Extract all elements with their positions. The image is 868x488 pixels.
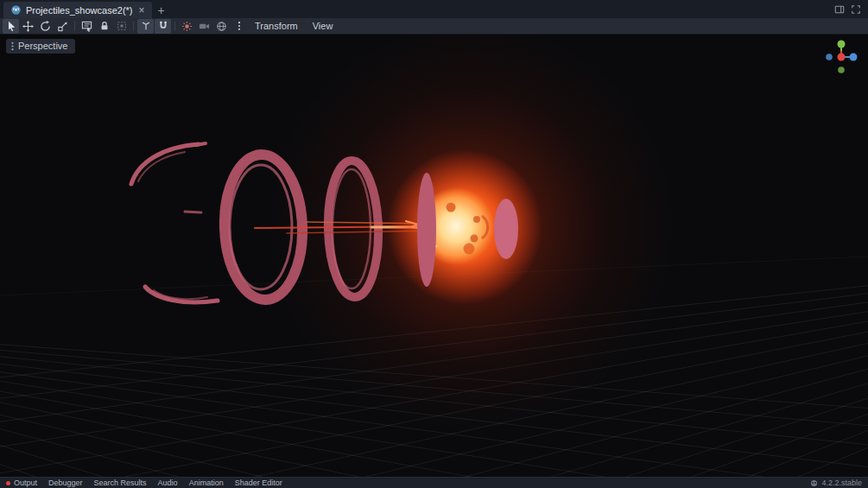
move-mode-button[interactable]	[20, 19, 36, 34]
bottom-tab-label: Debugger	[48, 478, 83, 488]
more-options-button[interactable]	[231, 19, 247, 34]
bottom-tab-label: Audio	[158, 478, 178, 488]
distraction-free-icon[interactable]	[851, 4, 861, 15]
fireball	[387, 149, 542, 305]
scale-mode-button[interactable]	[54, 19, 71, 34]
bottom-tab-label: Shader Editor	[235, 478, 282, 488]
viewport-3d-scene[interactable]	[0, 35, 868, 477]
version-area: 4.2.2.stable	[810, 478, 862, 488]
gizmo-y-axis-ball[interactable]	[838, 41, 846, 48]
bottom-tab-audio[interactable]: Audio	[158, 478, 178, 488]
preview-environment-button[interactable]	[213, 19, 230, 34]
group-selected-button[interactable]	[113, 19, 130, 34]
gizmo-neg-z-axis-ball[interactable]	[826, 54, 833, 60]
bottom-tab-shader-editor[interactable]: Shader Editor	[235, 478, 282, 488]
group-icon	[117, 21, 127, 31]
bottom-panel-bar: Output Debugger Search Results Audio Ani…	[0, 477, 868, 488]
rotate-mode-button[interactable]	[37, 19, 54, 34]
multi-window-icon[interactable]	[834, 4, 845, 15]
lock-selected-button[interactable]	[96, 19, 112, 34]
move-tool-icon	[22, 21, 34, 32]
bottom-tab-label: Animation	[189, 478, 224, 488]
bottom-tab-search-results[interactable]: Search Results	[94, 478, 147, 488]
gizmo-z-axis-ball[interactable]	[850, 54, 858, 61]
preview-sunlight-button[interactable]	[179, 19, 195, 34]
transform-menu-button[interactable]: Transform	[248, 19, 305, 34]
use-snap-button[interactable]	[155, 19, 171, 34]
tab-close-icon[interactable]: ×	[139, 5, 145, 16]
perspective-menu-button[interactable]: Perspective	[6, 39, 75, 54]
scale-tool-icon	[57, 21, 68, 32]
select-arrow-icon	[6, 21, 16, 31]
toolbar-separator	[74, 22, 75, 31]
gizmo-x-axis-ball[interactable]	[838, 54, 846, 61]
sun-icon	[181, 21, 193, 32]
gizmo-neg-y-axis-ball[interactable]	[838, 67, 845, 73]
bottom-tab-label: Search Results	[94, 478, 147, 488]
tabbar-right-icons	[834, 4, 865, 18]
scene-tab-label: Projectiles_showcase2(*)	[26, 5, 133, 16]
godot-logo-icon	[10, 4, 22, 16]
view-menu-button[interactable]: View	[306, 19, 340, 34]
viewport-3d[interactable]: Perspective	[0, 35, 868, 477]
camera-icon	[199, 21, 210, 32]
snap-magnet-icon	[158, 21, 168, 31]
kebab-menu-icon	[234, 21, 244, 31]
toolbar-separator	[133, 22, 134, 31]
bottom-tab-animation[interactable]: Animation	[189, 478, 224, 488]
godot-version-icon	[810, 479, 818, 487]
perspective-label: Perspective	[18, 41, 67, 51]
lock-icon	[99, 21, 110, 31]
add-scene-tab-button[interactable]: +	[152, 2, 171, 18]
viewport-toolbar: Transform View	[0, 18, 868, 35]
scene-tab-active[interactable]: Projectiles_showcase2(*) ×	[3, 2, 152, 18]
camera-preview-button[interactable]	[196, 19, 212, 34]
list-select-icon	[81, 21, 92, 32]
view-axis-gizmo[interactable]	[822, 36, 860, 78]
version-label: 4.2.2.stable	[821, 478, 862, 488]
bottom-tab-label: Output	[14, 478, 37, 488]
rotate-tool-icon	[40, 21, 51, 32]
toolbar-separator	[174, 22, 175, 31]
select-mode-button[interactable]	[3, 19, 19, 34]
bottom-tab-debugger[interactable]: Debugger	[48, 478, 83, 488]
bottom-tab-output[interactable]: Output	[6, 478, 37, 488]
error-indicator-dot	[6, 481, 10, 485]
viewport-menu-dots-icon	[10, 41, 16, 51]
environment-globe-icon	[216, 21, 227, 32]
use-local-space-button[interactable]	[137, 19, 154, 34]
scene-tab-bar: Projectiles_showcase2(*) × +	[0, 0, 868, 18]
godot-editor-window: Projectiles_showcase2(*) × +	[0, 0, 868, 488]
local-space-icon	[141, 21, 151, 31]
list-select-mode-button[interactable]	[79, 19, 95, 34]
